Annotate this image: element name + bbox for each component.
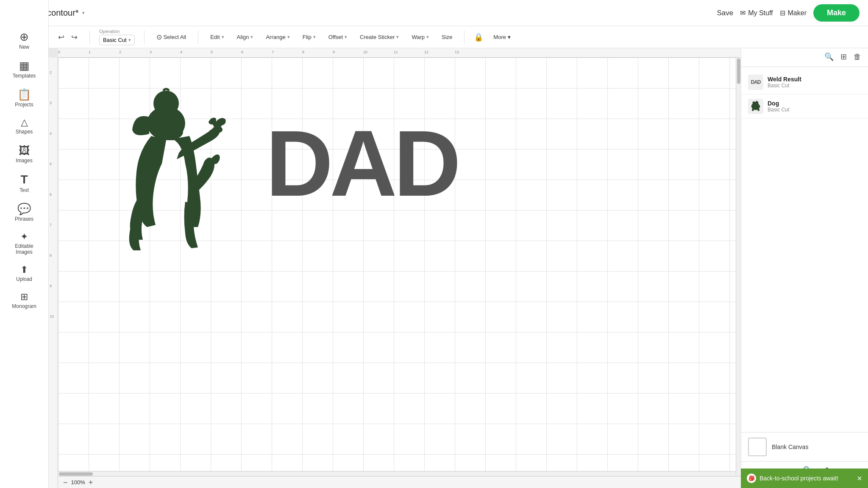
scroll-bottom[interactable] <box>58 471 736 476</box>
undo-button[interactable]: ↩ <box>56 31 67 44</box>
search-icon-button[interactable]: 🔍 <box>823 50 835 63</box>
svg-point-4 <box>212 126 223 133</box>
sidebar-item-label: EditableImages <box>15 243 33 255</box>
sidebar-item-projects[interactable]: 📋 Projects <box>0 84 48 113</box>
edit-button[interactable]: Edit ▾ <box>208 32 226 42</box>
text-icon: T <box>20 174 28 186</box>
layer-info-dog: Dog Basic Cut <box>768 100 789 113</box>
sidebar-item-label: New <box>19 44 29 50</box>
canvas-main[interactable]: DAD <box>58 58 741 476</box>
dog-silhouette[interactable] <box>100 75 253 316</box>
delete-icon-button[interactable]: 🗑 <box>852 50 863 63</box>
more-button[interactable]: More ▾ <box>491 32 513 42</box>
ruler-left: 2 3 4 5 6 7 8 9 10 <box>49 58 58 488</box>
undo-redo-group: ↩ ↪ <box>56 31 80 44</box>
operation-value: Basic Cut <box>103 37 127 43</box>
separator <box>89 30 90 44</box>
notification-close-button[interactable]: × <box>857 474 862 483</box>
operation-select[interactable]: Basic Cut ▾ <box>99 35 135 45</box>
ruler-num: 10 <box>50 314 54 319</box>
ruler-tick: 6 <box>241 50 243 54</box>
right-panel: Layers Color Sync 🔍 ⊞ 🗑 DAD Weld Result … <box>741 26 868 488</box>
flip-button[interactable]: Flip ▾ <box>300 32 318 42</box>
title-dropdown-icon[interactable]: ▾ <box>82 10 85 16</box>
sidebar-item-new[interactable]: ⊕ New <box>0 26 48 55</box>
layer-sub: Basic Cut <box>768 107 789 113</box>
warp-label: Warp <box>412 34 425 40</box>
sidebar-item-templates[interactable]: ▦ Templates <box>0 55 48 84</box>
ruler-top: 0 1 2 3 4 5 6 7 8 9 10 11 12 13 <box>58 48 741 58</box>
dad-text[interactable]: DAD <box>266 117 458 210</box>
editable-images-icon: ✦ <box>20 232 28 241</box>
chevron-down-icon: ▾ <box>250 34 253 40</box>
operation-group: Operation Basic Cut ▾ <box>99 29 135 45</box>
ruler-tick: 3 <box>150 50 152 54</box>
panel-icon-actions: 🔍 ⊞ 🗑 <box>741 47 868 67</box>
ruler-num: 2 <box>50 70 52 75</box>
save-button[interactable]: Save <box>717 9 733 17</box>
templates-icon: ▦ <box>19 60 30 71</box>
phrases-icon: 💬 <box>17 203 31 214</box>
select-all-icon: ⊙ <box>156 33 162 41</box>
zoom-out-button[interactable]: − <box>63 479 68 486</box>
sidebar-item-label: Images <box>16 158 32 164</box>
layer-name: Dog <box>768 100 789 107</box>
chevron-down-icon: ▾ <box>345 34 347 40</box>
scroll-thumb-vertical <box>737 58 740 84</box>
zoom-value: 100% <box>71 479 85 485</box>
maker-button[interactable]: ⊟ Maker <box>780 9 807 17</box>
sidebar-item-label: Shapes <box>16 129 33 135</box>
sidebar-item-editable-images[interactable]: ✦ EditableImages <box>0 227 48 260</box>
header: AH Cricut contour* ▾ Save ✉ My Stuff ⊟ M… <box>0 0 868 26</box>
ruler-tick: 13 <box>455 50 459 54</box>
svg-rect-1 <box>165 91 167 97</box>
ruler-tick: 10 <box>363 50 367 54</box>
size-button[interactable]: Size <box>439 32 455 42</box>
chevron-down-icon: ▾ <box>396 34 399 40</box>
sidebar-item-label: Text <box>19 187 29 193</box>
sidebar-item-label: Phrases <box>15 216 33 222</box>
align-button[interactable]: Align ▾ <box>234 32 256 42</box>
sidebar-item-phrases[interactable]: 💬 Phrases <box>0 198 48 227</box>
arrange-label: Arrange <box>266 34 285 40</box>
ruler-num: 3 <box>50 101 52 105</box>
create-sticker-label: Create Sticker <box>360 34 395 40</box>
canvas-area[interactable]: 0 1 2 3 4 5 6 7 8 9 10 11 12 13 2 3 4 5 … <box>49 48 741 488</box>
ruler-tick: 9 <box>333 50 335 54</box>
ruler-tick: 8 <box>302 50 304 54</box>
blank-canvas-label: Blank Canvas <box>772 444 808 450</box>
sidebar-item-images[interactable]: 🖼 Images <box>0 140 48 169</box>
ruler-tick: 11 <box>394 50 398 54</box>
warp-button[interactable]: Warp ▾ <box>409 32 431 42</box>
ruler-num: 8 <box>50 253 52 258</box>
layer-item-weld-result[interactable]: DAD Weld Result Basic Cut <box>741 70 868 94</box>
ruler-num: 4 <box>50 131 52 136</box>
my-stuff-button[interactable]: ✉ My Stuff <box>740 9 773 17</box>
grid-icon-button[interactable]: ⊞ <box>839 50 849 63</box>
machine-icon: ⊟ <box>780 9 785 17</box>
make-button[interactable]: Make <box>813 4 860 22</box>
sidebar-item-shapes[interactable]: △ Shapes <box>0 113 48 140</box>
select-all-button[interactable]: ⊙ Select All <box>154 31 189 43</box>
dog-body <box>129 89 226 250</box>
create-sticker-button[interactable]: Create Sticker ▾ <box>357 32 401 42</box>
layer-sub: Basic Cut <box>768 83 801 89</box>
layer-thumbnail-dog <box>748 99 763 114</box>
offset-button[interactable]: Offset ▾ <box>326 32 350 42</box>
size-label: Size <box>442 34 452 40</box>
plus-icon: ⊕ <box>19 31 29 42</box>
blank-canvas-section: Blank Canvas <box>741 432 868 461</box>
sidebar-item-monogram[interactable]: ⊞ Monogram <box>0 287 48 314</box>
chevron-down-icon: ▾ <box>128 37 131 43</box>
redo-button[interactable]: ↪ <box>69 31 80 44</box>
zoom-in-button[interactable]: + <box>89 479 93 486</box>
layer-item-dog[interactable]: Dog Basic Cut <box>741 94 868 119</box>
scroll-right[interactable] <box>736 58 741 476</box>
scroll-thumb-horizontal <box>59 472 93 476</box>
ruler-tick: 12 <box>424 50 428 54</box>
sidebar-item-upload[interactable]: ⬆ Upload <box>0 260 48 287</box>
sidebar-item-text[interactable]: T Text <box>0 169 48 198</box>
ruler-tick: 1 <box>89 50 91 54</box>
arrange-button[interactable]: Arrange ▾ <box>263 32 292 42</box>
notification-icon: 🎒 <box>747 474 756 483</box>
